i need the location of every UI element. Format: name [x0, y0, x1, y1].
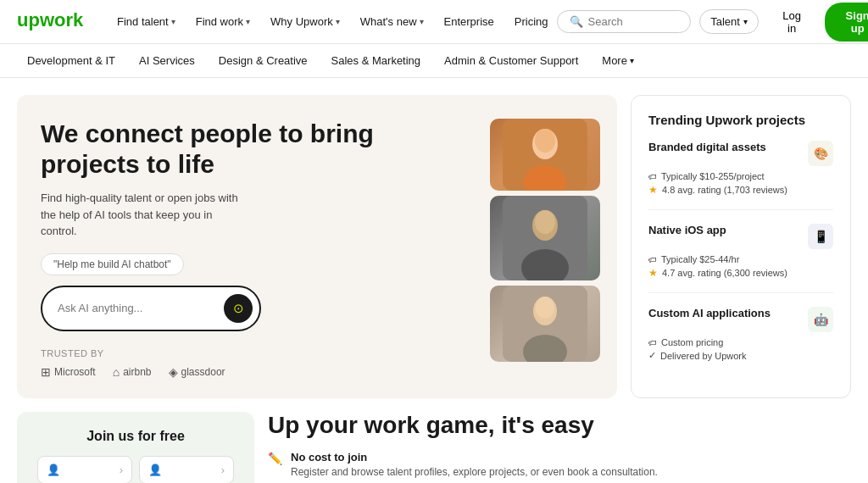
project-name-2: Native iOS app [648, 224, 726, 236]
talent-dropdown[interactable]: Talent ▾ [699, 9, 759, 34]
chevron-down-icon: ▾ [336, 17, 340, 26]
trending-card: Trending Upwork projects Branded digital… [631, 95, 851, 398]
nav-links: Find talent ▾ Find work ▾ Why Upwork ▾ W… [108, 10, 557, 33]
hero-images [490, 119, 600, 381]
project-icon-2: 📱 [808, 224, 833, 249]
svg-point-8 [535, 210, 555, 234]
project-rating-1: ★ 4.8 avg. rating (1,703 reviews) [648, 184, 833, 196]
join-title: Join us for free [37, 429, 234, 444]
chevron-down-icon: ▾ [743, 17, 748, 26]
nav-whats-new[interactable]: What's new ▾ [352, 10, 432, 33]
game-item-title-1: No cost to join [291, 451, 658, 464]
subnav-design[interactable]: Design & Creative [209, 47, 318, 74]
project-header-3: Custom AI applications 🤖 [648, 307, 833, 332]
chevron-down-icon: ▾ [420, 17, 424, 26]
game-item-1: ✏️ No cost to join Register and browse t… [268, 451, 851, 480]
airbnb-logo: ⌂ airbnb [113, 365, 152, 379]
glassdoor-icon: ◈ [169, 365, 178, 379]
price-tag-icon-3: 🏷 [648, 338, 657, 347]
join-inputs: 👤 › 👤 › [37, 456, 234, 483]
subnav-more[interactable]: More ▾ [592, 47, 644, 74]
search-icon: 🔍 [570, 15, 583, 28]
suggestion-chip[interactable]: "Help me build AI chatbot" [41, 253, 184, 275]
hero-title: We connect people to bring projects to l… [41, 119, 476, 180]
chevron-down-icon: ▾ [630, 56, 634, 65]
project-item-2: Native iOS app 📱 🏷 Typically $25-44/hr ★… [648, 224, 833, 293]
nav-why-upwork[interactable]: Why Upwork ▾ [262, 10, 348, 33]
project-delivered-3: ✓ Delivered by Upwork [648, 350, 833, 361]
project-detail-3: 🏷 Custom pricing [648, 337, 833, 347]
person-image-3 [503, 286, 587, 362]
trending-title: Trending Upwork projects [648, 113, 833, 127]
checkmark-icon: ✓ [648, 350, 656, 361]
search-bar[interactable]: 🔍 [557, 10, 692, 33]
nav-enterprise[interactable]: Enterprise [436, 10, 503, 33]
person-icon-2: 👤 [148, 464, 162, 476]
nav-right: 🔍 Talent ▾ Log in Sign up [557, 3, 868, 42]
svg-point-12 [536, 297, 554, 319]
nav-find-talent[interactable]: Find talent ▾ [108, 10, 184, 33]
chevron-down-icon: ▾ [171, 17, 175, 26]
game-section: Up your work game, it's easy ✏️ No cost … [268, 412, 851, 483]
game-item-desc-1: Register and browse talent profiles, exp… [291, 465, 658, 480]
project-rating-2: ★ 4.7 avg. rating (6,300 reviews) [648, 267, 833, 279]
hero-content: We connect people to bring projects to l… [41, 119, 476, 381]
ai-search-input[interactable] [58, 302, 217, 314]
trusted-section: TRUSTED BY ⊞ Microsoft ⌂ airbnb ◈ glassd… [41, 348, 476, 379]
svg-point-4 [535, 129, 555, 153]
person-image-1 [503, 119, 587, 191]
project-item-1: Branded digital assets 🎨 🏷 Typically $10… [648, 141, 833, 210]
trusted-label: TRUSTED BY [41, 348, 476, 358]
project-icon-1: 🎨 [808, 141, 833, 166]
hero-image-mid [490, 196, 600, 280]
subnav-ai-services[interactable]: AI Services [129, 47, 205, 74]
hero-subtitle: Find high-quality talent or open jobs wi… [41, 190, 244, 240]
airbnb-icon: ⌂ [113, 365, 120, 379]
upwork-logo[interactable]: upwork [17, 10, 88, 33]
star-icon: ★ [648, 184, 658, 196]
join-input-2[interactable]: 👤 › [139, 456, 234, 483]
price-tag-icon: 🏷 [648, 172, 657, 181]
login-button[interactable]: Log in [767, 4, 816, 40]
game-items: ✏️ No cost to join Register and browse t… [268, 451, 851, 483]
subnav-sales[interactable]: Sales & Marketing [321, 47, 431, 74]
microsoft-logo: ⊞ Microsoft [41, 365, 96, 379]
top-navigation: upwork Find talent ▾ Find work ▾ Why Upw… [0, 0, 868, 44]
trusted-logos: ⊞ Microsoft ⌂ airbnb ◈ glassdoor [41, 365, 476, 379]
project-icon-3: 🤖 [808, 307, 833, 332]
project-header-1: Branded digital assets 🎨 [648, 141, 833, 166]
star-icon-2: ★ [648, 267, 658, 279]
arrow-icon-2: › [221, 464, 225, 476]
subnav-development[interactable]: Development & IT [17, 47, 125, 74]
hero-image-bot [490, 286, 600, 362]
project-detail-2: 🏷 Typically $25-44/hr [648, 254, 833, 264]
hero-card: We connect people to bring projects to l… [17, 95, 617, 398]
subnav-admin[interactable]: Admin & Customer Support [434, 47, 588, 74]
chevron-down-icon: ▾ [246, 17, 250, 26]
nav-find-work[interactable]: Find work ▾ [187, 10, 259, 33]
join-input-1[interactable]: 👤 › [37, 456, 132, 483]
game-title: Up your work game, it's easy [268, 412, 851, 439]
project-item-3: Custom AI applications 🤖 🏷 Custom pricin… [648, 307, 833, 361]
project-name-3: Custom AI applications [648, 307, 771, 319]
signup-button[interactable]: Sign up [825, 3, 868, 42]
person-image-2 [503, 196, 587, 280]
glassdoor-logo: ◈ glassdoor [169, 365, 225, 379]
ai-search-button[interactable]: ⊙ [224, 294, 253, 323]
arrow-icon: › [120, 464, 123, 476]
search-input[interactable] [588, 15, 679, 28]
join-card: Join us for free 👤 › 👤 › [17, 412, 254, 483]
sub-navigation: Development & IT AI Services Design & Cr… [0, 44, 868, 78]
svg-text:upwork: upwork [17, 10, 84, 31]
search-submit-icon: ⊙ [233, 301, 244, 316]
microsoft-grid-icon: ⊞ [41, 365, 51, 379]
project-detail-1: 🏷 Typically $10-255/project [648, 171, 833, 181]
main-content: We connect people to bring projects to l… [0, 78, 868, 398]
hero-image-top [490, 119, 600, 191]
project-header-2: Native iOS app 📱 [648, 224, 833, 249]
bottom-row: Join us for free 👤 › 👤 › Up your work ga… [0, 398, 868, 483]
price-tag-icon-2: 🏷 [648, 255, 657, 264]
ai-search-container: ⊙ [41, 286, 261, 331]
nav-pricing[interactable]: Pricing [506, 10, 557, 33]
project-name-1: Branded digital assets [648, 141, 766, 153]
